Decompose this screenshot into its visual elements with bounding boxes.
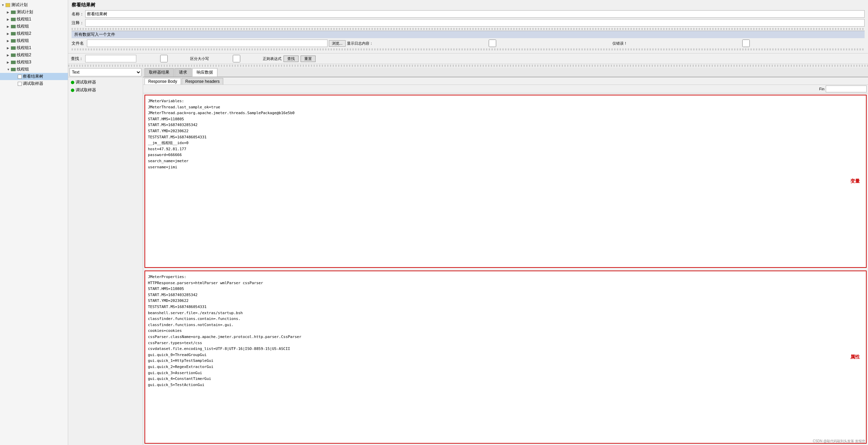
main-panel: 察看结果树 名称： 注释： 所有数据写入一个文件 文件名 浏览... 显示日志内… <box>68 0 868 445</box>
var-line-7: __jm__线程组__idx=0 <box>148 140 863 146</box>
thread-icon <box>11 46 16 50</box>
properties-label: 属性 <box>850 354 860 360</box>
var-line-11: username=jimi <box>148 164 863 170</box>
sampler-list: 调试取样器 调试取样器 <box>68 77 143 445</box>
sidebar-item-test-plan[interactable]: ▼ 测试计划 <box>0 1 68 9</box>
var-line-4: START.MS=1687403285342 <box>148 122 863 128</box>
var-line-2: JMeterThread.pack=org.apache.jmeter.thre… <box>148 110 863 116</box>
expand-icon: ▶ <box>7 61 10 64</box>
prop-line-5: TESTSTART.MS=1687486054331 <box>148 304 863 310</box>
thread-icon <box>11 11 16 14</box>
sidebar-item-label: 线程组 <box>17 38 29 44</box>
file-row: 文件名 浏览... 显示日志内容： 仅错误！ <box>72 40 865 47</box>
sidebar-item-label: 察看结果树 <box>23 74 43 79</box>
thread-icon <box>11 68 16 71</box>
log-label: 显示日志内容： <box>347 41 373 46</box>
prop-line-6: beanshell.server.file=./extras/startup.b… <box>148 310 863 316</box>
sidebar-item-6[interactable]: ▶ 线程组2 <box>0 51 68 59</box>
plan-icon <box>5 3 10 7</box>
right-panel: 取样器结果 请求 响应数据 Response Body Response hea… <box>143 67 868 445</box>
var-line-3: START.HMS=110805 <box>148 116 863 122</box>
sidebar-item-1[interactable]: ▶ 线程组1 <box>0 16 68 23</box>
tab-sampler-result[interactable]: 取样器结果 <box>144 68 174 77</box>
name-input[interactable] <box>85 10 865 18</box>
only-error-checkbox[interactable] <box>627 40 865 47</box>
sidebar-item-0[interactable]: ▶ 测试计划 <box>0 9 68 16</box>
variables-label: 变量 <box>850 178 860 184</box>
sidebar-item-label: 线程组 <box>17 66 29 72</box>
case-sensitive-checkbox[interactable] <box>138 55 189 62</box>
list-item-0[interactable]: 调试取样器 <box>70 79 141 86</box>
thread-icon <box>11 39 16 43</box>
properties-box: JMeterProperties: HTTPResponse.parsers=h… <box>144 271 867 444</box>
sidebar-item-label: 线程组2 <box>17 52 31 58</box>
sidebar-item-3[interactable]: ▶ 线程组2 <box>0 30 68 37</box>
case-sensitive-label: 区分大小写 <box>138 55 209 62</box>
view-type-dropdown[interactable]: Text XML HTML JSON Regexp Tester <box>70 68 141 76</box>
expand-icon: ▼ <box>1 3 5 7</box>
sidebar-item-8[interactable]: ▼ 线程组 <box>0 66 68 73</box>
tabs-bar: 取样器结果 请求 响应数据 <box>143 67 868 77</box>
list-item-1[interactable]: 调试取样器 <box>70 87 141 94</box>
log-checkbox[interactable] <box>374 40 611 47</box>
prop-line-9: cookies=cookies <box>148 328 863 334</box>
browse-button[interactable]: 浏览... <box>329 40 346 47</box>
sidebar-item-sampler[interactable]: 调试取样器 <box>0 80 68 87</box>
expand-icon: ▶ <box>7 32 10 35</box>
sub-tabs-bar: Response Body Response headers <box>143 77 868 85</box>
section-divider-2 <box>72 48 865 50</box>
page-title: 察看结果树 <box>72 2 865 8</box>
tab-response-data[interactable]: 响应数据 <box>192 68 217 77</box>
sidebar: ▼ 测试计划 ▶ 测试计划 ▶ 线程组1 ▶ 线程组 ▶ 线程组2 ▶ 线程组 … <box>0 0 68 445</box>
expand-icon: ▶ <box>7 11 10 14</box>
reset-button[interactable]: 重置 <box>301 56 316 62</box>
prop-line-0: JMeterProperties: <box>148 274 863 280</box>
sub-tab-response-body[interactable]: Response Body <box>144 78 181 85</box>
sidebar-item-label: 线程组2 <box>17 31 31 36</box>
prop-line-17: gui.quick_4=ConstantTimerGui <box>148 376 863 382</box>
sidebar-item-label: 线程组1 <box>17 45 31 51</box>
sidebar-item-label: 调试取样器 <box>23 81 43 87</box>
prop-line-1: HTTPResponse.parsers=htmlParser wmlParse… <box>148 280 863 286</box>
sidebar-item-5[interactable]: ▶ 线程组1 <box>0 44 68 51</box>
var-line-6: TESTSTART.MS=1687486054331 <box>148 134 863 140</box>
sidebar-item-7[interactable]: ▶ 线程组3 <box>0 59 68 66</box>
sidebar-item-2[interactable]: ▶ 线程组 <box>0 23 68 30</box>
search-input[interactable] <box>85 55 136 62</box>
prop-line-8: classfinder.functions.notContain=.gui. <box>148 322 863 328</box>
regex-checkbox[interactable] <box>211 55 262 62</box>
sub-tab-response-headers[interactable]: Response headers <box>182 78 224 85</box>
left-panel: Text XML HTML JSON Regexp Tester 调试取样器 调… <box>68 67 143 445</box>
name-label: 名称： <box>72 11 85 17</box>
section-divider-3 <box>68 65 868 67</box>
prop-line-3: START.MS=1687403285342 <box>148 292 863 298</box>
thread-icon <box>11 53 16 57</box>
sidebar-item-listener[interactable]: 察看结果树 <box>0 73 68 80</box>
find-label: Fin <box>819 87 824 91</box>
expand-icon: ▶ <box>7 53 10 57</box>
expand-icon: ▶ <box>7 18 10 21</box>
comment-input[interactable] <box>85 19 865 27</box>
find-button[interactable]: 查找 <box>284 56 299 62</box>
only-error-label: 仅错误！ <box>612 41 627 46</box>
var-line-5: START.YMD=20230622 <box>148 128 863 134</box>
prop-line-15: gui.quick_2=RegexExtractorGui <box>148 364 863 370</box>
variables-box: JMeterVariables: JMeterThread.last_sampl… <box>144 95 867 268</box>
sidebar-item-label: 线程组 <box>17 24 29 29</box>
filename-input[interactable] <box>87 40 328 47</box>
thread-icon <box>11 61 16 64</box>
sampler-label: 调试取样器 <box>76 79 96 85</box>
properties-content: JMeterProperties: HTTPResponse.parsers=h… <box>144 271 867 444</box>
tab-request[interactable]: 请求 <box>174 68 192 77</box>
expand-icon: ▶ <box>7 46 10 50</box>
find-input[interactable] <box>826 86 867 92</box>
comment-row: 注释： <box>72 19 865 27</box>
expand-icon: ▼ <box>7 68 10 71</box>
filename-label: 文件名 <box>72 41 87 46</box>
status-green-icon <box>71 89 74 92</box>
search-label: 查找： <box>71 56 83 62</box>
status-green-icon <box>71 81 74 84</box>
var-line-0: JMeterVariables: <box>148 98 863 104</box>
sidebar-item-4[interactable]: ▶ 线程组 <box>0 37 68 44</box>
thread-icon <box>11 25 16 28</box>
